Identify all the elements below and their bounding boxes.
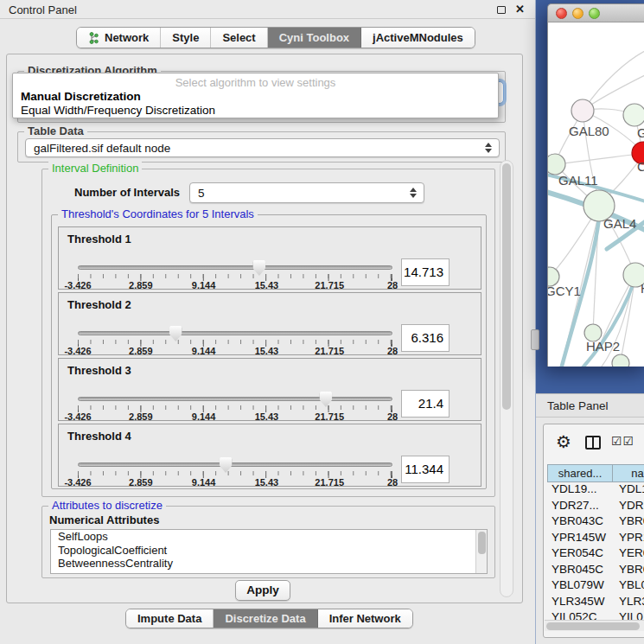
close-icon[interactable]: ✕: [515, 3, 525, 16]
panel-scrollbar[interactable]: [500, 160, 513, 597]
gear-icon[interactable]: ⚙: [556, 431, 571, 452]
slider-minor-ticks: [78, 471, 392, 475]
threshold-1-slider[interactable]: [78, 265, 392, 270]
node-label-hap2: HAP2: [586, 339, 620, 354]
close-traffic-light-icon[interactable]: [556, 8, 567, 19]
node-label-partial-c: C: [637, 159, 644, 174]
node-table-container: ⚙ ☑☑ shared... na YDL19...YDL1 YDR27...Y…: [543, 424, 644, 638]
cyni-mode-tabbar: Impute Data Discretize Data Infer Networ…: [125, 609, 413, 628]
column-layout-icon[interactable]: [585, 436, 601, 450]
table-row[interactable]: YBL079WYBL0: [547, 578, 644, 595]
control-panel-tabbar: Network Style Select Cyni Toolbox jActiv…: [76, 27, 475, 48]
number-of-intervals-value: 5: [198, 187, 205, 200]
panel-scrollbar-thumb[interactable]: [502, 163, 511, 410]
table-data-label: Table Data: [24, 124, 87, 137]
zoom-traffic-light-icon[interactable]: [589, 8, 600, 19]
dropdown-option-manual[interactable]: Manual Discretization: [21, 90, 141, 103]
table-row[interactable]: YER054CYER0: [547, 546, 644, 563]
list-item[interactable]: BetweennessCentrality: [51, 557, 487, 571]
slider-minor-ticks: [78, 340, 392, 344]
thresholds-group: Threshold's Coordinates for 5 Intervals …: [51, 214, 487, 489]
table-row[interactable]: YPR145WYPR1: [547, 531, 644, 547]
network-node-partial-top[interactable]: [623, 104, 644, 126]
threshold-4-row: Threshold 4 -3.426 2.859 9.144 15.43 21.…: [58, 424, 481, 487]
number-of-intervals-label: Number of Intervals: [74, 186, 180, 199]
network-window-titlebar[interactable]: [547, 3, 644, 22]
column-header-shared[interactable]: shared...: [547, 464, 613, 482]
control-panel-titlebar: Control Panel ✕: [0, 0, 535, 19]
apply-button[interactable]: Apply: [235, 580, 290, 601]
node-label-gal11: GAL11: [558, 173, 598, 188]
numerical-attributes-label: Numerical Attributes: [49, 513, 159, 526]
dropdown-prompt: Select algorithm to view settings: [13, 76, 498, 89]
table-body: YDL19...YDL1 YDR27...YDR2 YBR043CYBR0 YP…: [547, 482, 644, 627]
number-of-intervals-select[interactable]: 5: [189, 182, 424, 203]
window-traffic-lights: [556, 8, 600, 19]
threshold-2-value-field[interactable]: 6.316: [401, 324, 450, 352]
table-row[interactable]: YLR345WYLR3: [547, 595, 644, 611]
slider-scale: -3.426 2.859 9.144 15.43 21.715 28: [78, 346, 392, 356]
table-panel-titlebar: Table Panel: [536, 393, 644, 418]
table-row[interactable]: YDR27...YDR2: [547, 499, 644, 515]
table-panel-title: Table Panel: [547, 399, 609, 412]
node-label-partial-ga: GA: [637, 125, 644, 140]
node-label-gcy1: GCY1: [548, 284, 581, 298]
combo-arrows-icon: [485, 143, 492, 153]
table-data-select[interactable]: galFiltered.sif default node: [25, 138, 500, 157]
threshold-3-slider[interactable]: [78, 397, 392, 401]
node-label-gal4: GAL4: [603, 216, 636, 231]
screen: Control Panel ✕ Network Style Select Cyn…: [0, 0, 644, 644]
tab-network[interactable]: Network: [77, 28, 161, 48]
combo-arrows-icon: [410, 188, 417, 198]
interval-definition-label: Interval Definition: [48, 162, 142, 175]
network-node-gal11[interactable]: [548, 154, 565, 175]
checkbox-pair-icon[interactable]: ☑☑: [611, 434, 634, 448]
thresholds-group-label: Threshold's Coordinates for 5 Intervals: [58, 207, 258, 220]
node-label-partial-h: H: [641, 281, 644, 296]
column-header-name[interactable]: na: [613, 464, 644, 482]
threshold-3-row: Threshold 3 -3.426 2.859 9.144 15.43 21.…: [58, 358, 481, 421]
slider-scale: -3.426 2.859 9.144 15.43 21.715 28: [78, 411, 392, 422]
interval-definition-group: Interval Definition Number of Intervals …: [41, 169, 495, 497]
attributes-group: Attributes to discretize Numerical Attri…: [41, 506, 495, 578]
table-row[interactable]: YBR043CYBR0: [547, 514, 644, 531]
threshold-4-value-field[interactable]: 11.344: [401, 456, 450, 483]
tab-infer-network[interactable]: Infer Network: [318, 609, 412, 628]
control-panel-title: Control Panel: [9, 3, 77, 16]
table-horizontal-scrollbar-thumb[interactable]: [546, 622, 640, 630]
slider-minor-ticks: [78, 274, 392, 278]
table-horizontal-scrollbar[interactable]: [545, 620, 644, 631]
tab-impute-data[interactable]: Impute Data: [126, 609, 214, 628]
table-header-row: shared... na: [547, 464, 644, 482]
float-window-icon[interactable]: [497, 6, 506, 14]
tab-network-label: Network: [105, 31, 149, 44]
list-scrollbar[interactable]: [475, 530, 487, 573]
threshold-2-slider[interactable]: [78, 331, 392, 335]
table-row[interactable]: YBR045CYBR0: [547, 563, 644, 579]
list-item[interactable]: SelfLoops: [51, 530, 487, 544]
network-canvas[interactable]: GAL80 GA C GAL11 GAL4 GCY1 H HAP2: [547, 22, 644, 367]
panel-splitter-handle[interactable]: [531, 329, 539, 350]
numerical-attributes-list[interactable]: SelfLoops TopologicalCoefficient Between…: [50, 529, 488, 574]
network-tree-icon: [88, 32, 99, 44]
tab-jactivemnodules[interactable]: jActiveMNodules: [361, 28, 475, 48]
tab-cyni-toolbox[interactable]: Cyni Toolbox: [268, 28, 361, 48]
threshold-3-value-field[interactable]: 21.4: [401, 390, 450, 418]
tab-style[interactable]: Style: [161, 28, 211, 48]
tab-discretize-data[interactable]: Discretize Data: [214, 609, 317, 628]
minimize-traffic-light-icon[interactable]: [572, 8, 583, 19]
network-node-partial-bottom[interactable]: [612, 354, 629, 367]
control-panel-window: Control Panel ✕ Network Style Select Cyn…: [0, 0, 536, 644]
slider-scale: -3.426 2.859 9.144 15.43 21.715 28: [78, 477, 392, 488]
threshold-1-row: Threshold 1 -3.426 2.859 9.144 15.43 21.…: [58, 226, 481, 290]
threshold-1-value-field[interactable]: 14.713: [401, 258, 450, 286]
list-item[interactable]: TopologicalCoefficient: [51, 544, 487, 558]
network-node-gal80[interactable]: [571, 99, 594, 122]
list-scrollbar-thumb[interactable]: [478, 532, 486, 554]
dropdown-option-equal-width[interactable]: Equal Width/Frequency Discretization: [21, 104, 215, 117]
table-row[interactable]: YDL19...YDL1: [547, 482, 644, 499]
threshold-4-slider[interactable]: [78, 462, 392, 467]
table-data-value: galFiltered.sif default node: [34, 142, 170, 155]
tab-select[interactable]: Select: [211, 28, 267, 48]
table-data-group: Table Data galFiltered.sif default node: [17, 131, 506, 163]
